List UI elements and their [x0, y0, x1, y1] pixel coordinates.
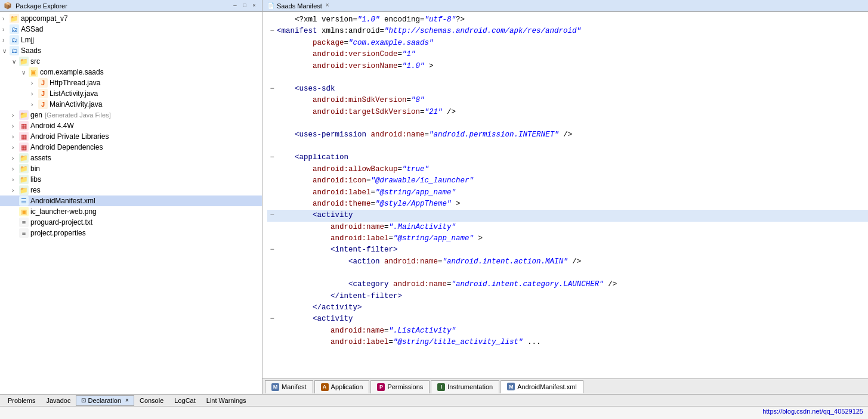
tree-arrow-bin[interactable]: ›	[12, 166, 19, 172]
editor-close-icon[interactable]: ×	[326, 2, 329, 9]
tree-label-AndroidManifest: AndroidManifest.xml	[30, 197, 95, 205]
panel-header-icons: — □ ×	[231, 2, 258, 10]
tree-arrow-src[interactable]: ∨	[12, 58, 19, 65]
fold-btn-27[interactable]: −	[267, 314, 277, 325]
tree-arrow-libs[interactable]: ›	[12, 176, 19, 183]
tree-icon-saads: 🗂	[10, 46, 19, 55]
package-explorer-header: 📦 Package Explorer — □ ×	[0, 0, 262, 12]
bottom-tab-javadoc[interactable]: Javadoc	[41, 395, 76, 406]
bottom-tab-console[interactable]: Console	[134, 395, 169, 406]
tree-icon-android-deps: ▦	[19, 142, 29, 152]
bottom-tab-label-problems: Problems	[8, 397, 35, 404]
editor-tab-manifest[interactable]: MManifest	[265, 380, 313, 393]
tree-item-res[interactable]: ›📁res	[0, 185, 262, 195]
editor-tab-application[interactable]: AApplication	[314, 380, 370, 393]
tree-item-project-props[interactable]: ≡project.properties	[0, 228, 262, 238]
fold-btn-7[interactable]: −	[267, 83, 277, 95]
tree-item-android-private[interactable]: ›▦Android Private Libraries	[0, 131, 262, 142]
tree-item-AndroidManifest[interactable]: ☰AndroidManifest.xml	[0, 195, 262, 206]
tree-arrow-assad[interactable]: ›	[2, 26, 10, 33]
editor-tab-title: Saads Manifest	[277, 2, 322, 10]
close-icon[interactable]: ×	[250, 2, 258, 10]
maximize-icon[interactable]: □	[240, 2, 249, 10]
fold-btn-18[interactable]: −	[267, 210, 277, 221]
tree-item-bin[interactable]: ›📁bin	[0, 163, 262, 174]
tree-icon-android-private: ▦	[19, 132, 29, 141]
editor-content[interactable]: <?xml version="1.0" encoding="utf-8"?>−<…	[262, 12, 868, 378]
tree-arrow-HttpThread[interactable]: ›	[31, 80, 38, 86]
editor-line-19: android:name=".MainActivity"	[267, 222, 868, 233]
tree-label-HttpThread: HttpThread.java	[50, 79, 100, 87]
editor-line-15: android:icon="@drawable/ic_launcher"	[267, 175, 868, 187]
tree-icon-MainActivity: J	[38, 100, 48, 109]
package-explorer-icon: 📦	[4, 2, 12, 10]
tree-item-gen[interactable]: ›📁gen[Generated Java Files]	[0, 110, 262, 120]
tree-item-libs[interactable]: ›📁libs	[0, 174, 262, 185]
bottom-tab-close-declaration[interactable]: ×	[125, 397, 129, 404]
tree-icon-project-props: ≡	[19, 228, 29, 238]
tree-label-saads: Saads	[21, 46, 41, 55]
fold-btn-21[interactable]: −	[267, 244, 277, 256]
tree-label-lmjj: Lmjj	[21, 36, 34, 44]
tree-label-android-deps: Android Dependencies	[30, 143, 103, 151]
tab-icon-permissions: P	[377, 383, 385, 391]
editor-line-29: android:label="@string/title_activity_li…	[267, 337, 868, 348]
tree-label-bin: bin	[30, 165, 40, 173]
tree-item-src[interactable]: ∨📁src	[0, 56, 262, 67]
tab-label-androidmanifest: AndroidManifest.xml	[517, 383, 577, 390]
tree-label-android44w: Android 4.4W	[30, 122, 74, 130]
bottom-tab-declaration[interactable]: ⊡ Declaration×	[76, 395, 134, 406]
tree-item-ic_launcher[interactable]: ▣ic_launcher-web.png	[0, 206, 262, 217]
editor-tab-permissions[interactable]: PPermissions	[370, 380, 430, 393]
tree-item-proguard[interactable]: ≡proguard-project.txt	[0, 217, 262, 228]
tree-icon-AndroidManifest: ☰	[19, 196, 29, 206]
editor-line-22: <action android:name="android.intent.act…	[267, 256, 868, 268]
tree-label-appcompat: appcompat_v7	[21, 14, 68, 23]
tree-arrow-android-private[interactable]: ›	[12, 134, 19, 140]
editor-line-6	[267, 72, 868, 83]
tree-icon-assad: 🗂	[10, 24, 19, 34]
tree-arrow-lmjj[interactable]: ›	[2, 37, 10, 44]
tree-arrow-android44w[interactable]: ›	[12, 123, 19, 129]
tree-label-MainActivity: MainActivity.java	[50, 100, 102, 108]
tree-item-com.example.saads[interactable]: ∨▣com.example.saads	[0, 67, 262, 77]
tree-item-saads[interactable]: ∨🗂Saads	[0, 45, 262, 56]
fold-btn-13[interactable]: −	[267, 152, 277, 163]
fold-btn-2[interactable]: −	[267, 26, 277, 37]
tree-label-ListActivity: ListActivity.java	[50, 89, 98, 98]
tree-label-android-private: Android Private Libraries	[30, 132, 109, 141]
bottom-tab-logcat[interactable]: LogCat	[169, 395, 200, 406]
tree-item-android-deps[interactable]: ›▦Android Dependencies	[0, 142, 262, 153]
editor-tabs-bar: MManifestAApplicationPPermissionsIInstru…	[262, 378, 868, 394]
tree-arrow-MainActivity[interactable]: ›	[31, 101, 38, 108]
tree-arrow-assets[interactable]: ›	[12, 155, 19, 162]
bottom-tab-problems[interactable]: Problems	[2, 395, 41, 406]
tree-arrow-appcompat[interactable]: ›	[2, 15, 10, 22]
tree-item-android44w[interactable]: ›▦Android 4.4W	[0, 120, 262, 131]
tree-arrow-android-deps[interactable]: ›	[12, 144, 19, 151]
tree-container[interactable]: ›📁appcompat_v7›🗂ASSad›🗂Lmjj∨🗂Saads∨📁src∨…	[0, 12, 262, 394]
tree-item-appcompat[interactable]: ›📁appcompat_v7	[0, 13, 262, 24]
tree-arrow-ListActivity[interactable]: ›	[31, 91, 38, 97]
tree-item-assets[interactable]: ›📁assets	[0, 153, 262, 163]
tree-item-lmjj[interactable]: ›🗂Lmjj	[0, 35, 262, 45]
bottom-tab-label-lintwarnings: Lint Warnings	[206, 397, 246, 404]
editor-tab-androidmanifest[interactable]: MAndroidManifest.xml	[501, 380, 583, 393]
tree-item-MainActivity[interactable]: ›JMainActivity.java	[0, 99, 262, 110]
tree-arrow-gen[interactable]: ›	[12, 112, 19, 119]
tree-icon-gen: 📁	[19, 110, 29, 120]
minimize-icon[interactable]: —	[231, 2, 239, 10]
tree-item-HttpThread[interactable]: ›JHttpThread.java	[0, 77, 262, 88]
editor-line-5: android:versionName="1.0" >	[267, 61, 868, 72]
tree-item-assad[interactable]: ›🗂ASSad	[0, 24, 262, 35]
tree-arrow-saads[interactable]: ∨	[2, 48, 10, 54]
bottom-tab-lintwarnings[interactable]: Lint Warnings	[201, 395, 252, 406]
tree-arrow-com.example.saads[interactable]: ∨	[21, 69, 29, 76]
tree-arrow-res[interactable]: ›	[12, 187, 19, 194]
tree-item-ListActivity[interactable]: ›JListActivity.java	[0, 88, 262, 99]
editor-line-20: android:label="@string/app_name" >	[267, 233, 868, 244]
editor-line-16: android:label="@string/app_name"	[267, 187, 868, 198]
tree-label-proguard: proguard-project.txt	[30, 218, 92, 226]
editor-line-11: <uses-permission android:name="android.p…	[267, 129, 868, 141]
editor-tab-instrumentation[interactable]: IInstrumentation	[431, 380, 499, 393]
